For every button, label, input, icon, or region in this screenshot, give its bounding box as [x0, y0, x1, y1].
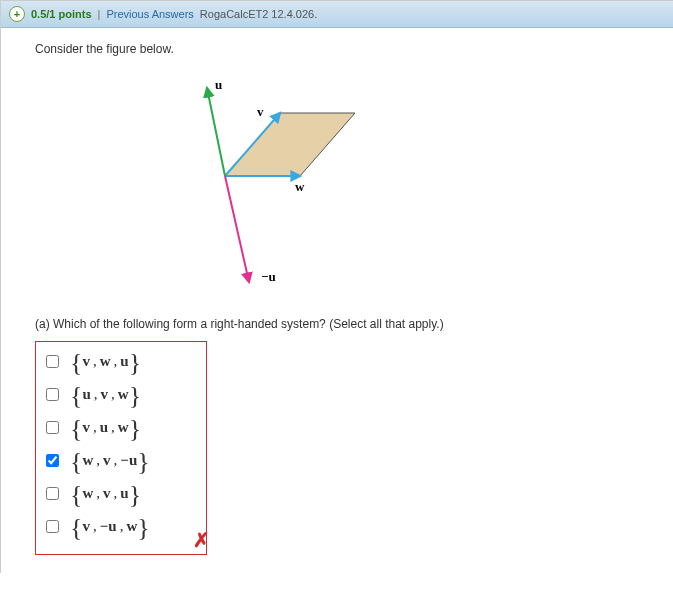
separator: | [98, 8, 101, 20]
question-id: RogaCalcET2 12.4.026. [200, 8, 317, 20]
answer-option-2: {v,u,w} [42, 418, 202, 437]
answers-box: {v,w,u}{u,v,w}{v,u,w}{w,v,−u}{w,v,u}{v,−… [35, 341, 207, 555]
answer-option-0: {v,w,u} [42, 352, 202, 371]
answer-checkbox-0[interactable] [46, 355, 59, 368]
answer-checkbox-4[interactable] [46, 487, 59, 500]
answer-label-1: {u,v,w} [70, 386, 141, 403]
svg-line-7 [225, 176, 249, 282]
answer-label-4: {w,v,u} [70, 485, 141, 502]
answer-checkbox-2[interactable] [46, 421, 59, 434]
svg-text:w: w [295, 179, 305, 194]
answer-option-5: {v,−u,w} [42, 517, 202, 536]
svg-marker-0 [225, 113, 355, 176]
incorrect-icon: ✗ [193, 528, 210, 552]
svg-text:−u: −u [261, 269, 276, 284]
previous-answers-link[interactable]: Previous Answers [106, 8, 193, 20]
part-a-prompt: (a) Which of the following form a right-… [35, 317, 655, 331]
svg-text:v: v [257, 104, 264, 119]
answer-option-1: {u,v,w} [42, 385, 202, 404]
answer-checkbox-1[interactable] [46, 388, 59, 401]
answer-label-3: {w,v,−u} [70, 452, 150, 469]
answer-option-3: {w,v,−u} [42, 451, 202, 470]
question-header: + 0.5/1 points | Previous Answers RogaCa… [1, 1, 673, 28]
prompt-text: Consider the figure below. [35, 42, 655, 56]
plus-icon[interactable]: + [9, 6, 25, 22]
question-content: Consider the figure below. w v u −u (a) … [1, 28, 673, 573]
svg-line-5 [207, 88, 225, 176]
answer-label-0: {v,w,u} [70, 353, 141, 370]
points-label: 0.5/1 points [31, 8, 92, 20]
vector-figure: w v u −u [145, 76, 415, 296]
answer-checkbox-3[interactable] [46, 454, 59, 467]
svg-text:u: u [215, 77, 222, 92]
answer-label-5: {v,−u,w} [70, 518, 150, 535]
answer-checkbox-5[interactable] [46, 520, 59, 533]
answer-label-2: {v,u,w} [70, 419, 141, 436]
answer-option-4: {w,v,u} [42, 484, 202, 503]
